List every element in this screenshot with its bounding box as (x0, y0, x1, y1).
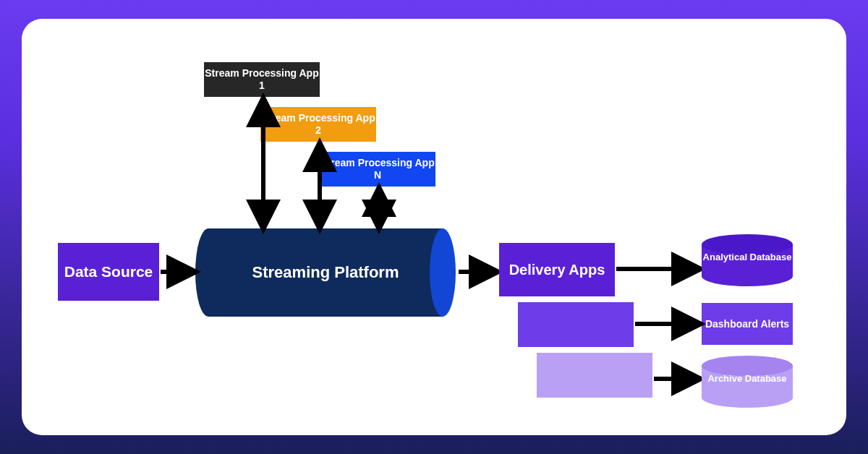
diagram-canvas: Data Source Streaming Platform Stream Pr… (22, 19, 846, 435)
streaming-platform-cylinder: Streaming Platform (195, 228, 456, 317)
stream-processing-app-1: Stream Processing App 1 (204, 62, 320, 97)
data-source-box: Data Source (58, 243, 159, 301)
archive-db-label: Archive Database (702, 373, 793, 385)
dashboard-alerts-label: Dashboard Alerts (705, 318, 789, 330)
delivery-apps-label: Delivery Apps (509, 261, 605, 278)
streaming-platform-label: Streaming Platform (195, 228, 456, 317)
analytical-database: Analytical Database (702, 234, 793, 292)
delivery-apps-box-3 (537, 353, 652, 398)
data-source-label: Data Source (64, 262, 153, 280)
archive-database: Archive Database (702, 356, 793, 414)
dashboard-alerts-box: Dashboard Alerts (702, 303, 793, 345)
app2-label: Stream Processing App 2 (260, 112, 376, 137)
analytical-db-label: Analytical Database (702, 252, 793, 263)
stream-processing-app-2: Stream Processing App 2 (260, 107, 376, 142)
delivery-apps-box-1: Delivery Apps (499, 243, 615, 296)
delivery-apps-box-2 (518, 302, 634, 347)
stream-processing-app-n: Stream Processing App N (320, 152, 435, 187)
app3-label: Stream Processing App N (320, 157, 435, 181)
app1-label: Stream Processing App 1 (204, 67, 320, 92)
